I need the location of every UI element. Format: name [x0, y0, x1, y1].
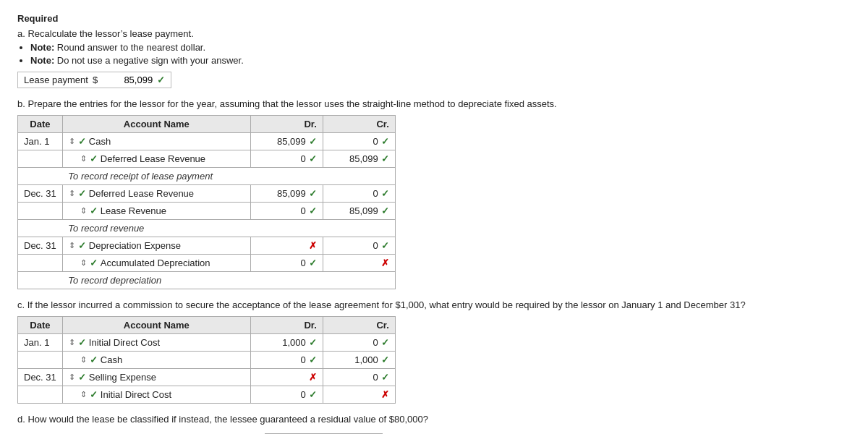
account-name: Cash [101, 354, 122, 365]
col-cr-c: Cr. [323, 317, 395, 334]
dr-cell: 0✓ [250, 255, 323, 272]
account-name: Depreciation Expense [89, 240, 181, 251]
row-check: ✓ [90, 354, 98, 365]
cr-check: ✓ [381, 205, 389, 216]
sort-arrows[interactable]: ⇕ [69, 241, 75, 250]
row-check: ✓ [90, 153, 98, 164]
dr-amount: 0 [301, 389, 306, 400]
dr-cell: ✗ [250, 237, 323, 255]
cr-amount: 0 [373, 188, 378, 199]
date-cell [18, 150, 63, 168]
cr-amount: 0 [373, 372, 378, 383]
table-row: Jan. 1 ⇕ ✓ Cash 85,099✓ 0✓ [18, 133, 396, 150]
dr-check: ✓ [309, 188, 317, 199]
date-cell: Dec. 31 [18, 369, 63, 386]
row-check: ✓ [78, 188, 86, 199]
dr-amount: 85,099 [277, 136, 306, 147]
cr-check: ✓ [381, 153, 389, 164]
table-row: Dec. 31 ⇕ ✓ Deferred Lease Revenue 85,09… [18, 185, 396, 203]
table-row-note: To record revenue [18, 220, 396, 237]
dr-cell: 0✓ [250, 150, 323, 168]
cr-check: ✓ [381, 188, 389, 199]
account-name: Selling Expense [89, 372, 156, 383]
part-b-label: b. Prepare the entries for the lessor fo… [17, 98, 851, 109]
lease-payment-check: ✓ [157, 75, 165, 85]
lease-payment-label: Lease payment [24, 75, 88, 85]
table-row: ⇕ ✓ Initial Direct Cost 0✓ ✗ [18, 386, 396, 404]
sort-arrows[interactable]: ⇕ [69, 189, 75, 198]
part-a-notes: Note: Round answer to the nearest dollar… [30, 42, 851, 66]
note-2: Do not use a negative sign with your ans… [57, 55, 244, 66]
cr-cell: 0✓ [323, 369, 395, 386]
account-cell: ⇕ ✓ Depreciation Expense [62, 237, 250, 255]
account-name: Initial Direct Cost [101, 389, 171, 400]
part-b-table: Date Account Name Dr. Cr. Jan. 1 ⇕ ✓ Cas… [17, 115, 396, 289]
cr-amount: 85,099 [349, 153, 378, 164]
date-cell: Dec. 31 [18, 185, 63, 203]
account-name: Accumulated Depreciation [101, 258, 210, 268]
date-cell: Dec. 31 [18, 237, 63, 255]
part-c-table: Date Account Name Dr. Cr. Jan. 1 ⇕ ✓ Ini… [17, 316, 396, 404]
dr-amount: 85,099 [277, 188, 306, 199]
sort-arrows[interactable]: ⇕ [80, 206, 87, 216]
dr-check: ✓ [309, 136, 317, 147]
cr-cell: ✗ [323, 255, 395, 272]
cr-cell: 1,000✓ [323, 352, 395, 369]
cr-cell: 85,099✓ [323, 203, 395, 220]
note-text: To record depreciation [62, 272, 395, 289]
account-name: Deferred Lease Revenue [89, 188, 194, 199]
dr-cell: ✗ [250, 369, 323, 386]
account-cell: ⇕ ✓ Cash [62, 352, 250, 369]
cr-cell: 0✓ [323, 237, 395, 255]
dr-cell: 85,099✓ [250, 185, 323, 203]
date-cell [18, 352, 63, 369]
row-check: ✓ [78, 136, 86, 147]
col-dr-c: Dr. [250, 317, 323, 334]
cr-check: ✓ [381, 354, 389, 365]
lease-payment-row: Lease payment $ ✓ [17, 72, 171, 88]
dr-check: ✓ [309, 337, 317, 348]
dr-check: ✓ [309, 389, 317, 400]
table-row-note: To record depreciation [18, 272, 396, 289]
row-check: ✓ [78, 337, 86, 348]
sort-arrows[interactable]: ⇕ [80, 258, 87, 268]
dr-cross: ✗ [309, 372, 317, 383]
cr-cell: 0✓ [323, 334, 395, 352]
lease-payment-input[interactable] [102, 75, 153, 85]
dr-amount: 0 [301, 205, 306, 216]
col-date-c: Date [18, 317, 63, 334]
cr-cross: ✗ [381, 258, 389, 268]
cr-check: ✓ [381, 372, 389, 383]
dr-check: ✓ [309, 205, 317, 216]
col-date-b: Date [18, 116, 63, 133]
col-account-b: Account Name [62, 116, 250, 133]
dr-cell: 0✓ [250, 203, 323, 220]
account-name: Initial Direct Cost [89, 337, 160, 348]
sort-arrows[interactable]: ⇕ [69, 137, 75, 146]
sort-arrows[interactable]: ⇕ [80, 355, 87, 365]
row-check: ✓ [90, 205, 98, 216]
table-row: Jan. 1 ⇕ ✓ Initial Direct Cost 1,000✓ 0✓ [18, 334, 396, 352]
table-row: ⇕ ✓ Accumulated Depreciation 0✓ ✗ [18, 255, 396, 272]
sort-arrows[interactable]: ⇕ [69, 373, 75, 382]
account-cell: ⇕ ✓ Initial Direct Cost [62, 334, 250, 352]
part-a-label: a. Recalculate the lessor’s lease paymen… [17, 28, 851, 39]
sort-arrows[interactable]: ⇕ [80, 154, 87, 163]
table-row: ⇕ ✓ Lease Revenue 0✓ 85,099✓ [18, 203, 396, 220]
account-cell: ⇕ ✓ Selling Expense [62, 369, 250, 386]
note-1: Round answer to the nearest dollar. [57, 42, 205, 53]
account-name: Cash [89, 136, 111, 147]
note-text: To record revenue [62, 220, 395, 237]
row-check: ✓ [90, 258, 98, 268]
row-check: ✓ [78, 372, 86, 383]
cr-amount: 1,000 [354, 354, 378, 365]
cr-check: ✓ [381, 136, 389, 147]
sort-arrows[interactable]: ⇕ [80, 390, 87, 399]
dr-cross: ✗ [309, 240, 317, 251]
dr-cell: 0✓ [250, 352, 323, 369]
sort-arrows[interactable]: ⇕ [69, 338, 75, 347]
cr-check: ✓ [381, 240, 389, 251]
row-check: ✓ [78, 240, 86, 251]
account-cell: ⇕ ✓ Accumulated Depreciation [62, 255, 250, 272]
date-cell [18, 203, 63, 220]
